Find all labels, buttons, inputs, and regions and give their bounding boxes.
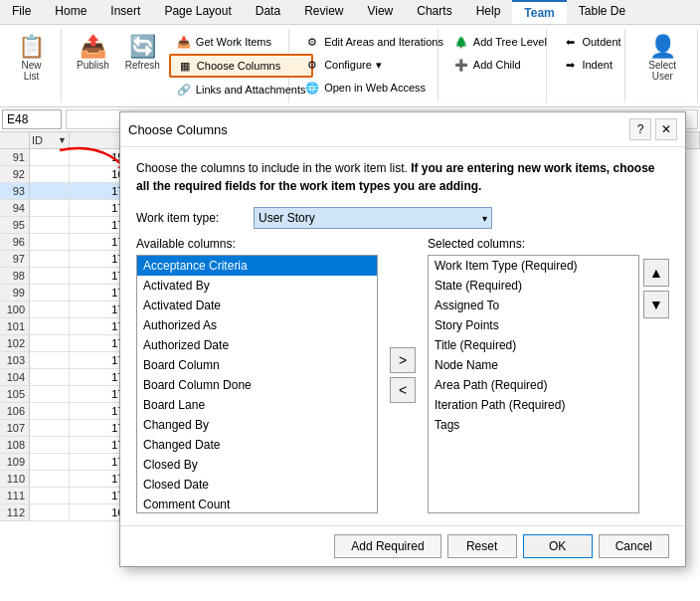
dialog-title-controls: ? ✕ [629,118,677,140]
available-columns-label: Available columns: [136,237,378,251]
work-item-type-row: Work item type: User Story ▾ [136,207,669,229]
dialog-title: Choose Columns [128,122,228,137]
selected-column-item[interactable]: Area Path (Required) [429,375,638,395]
available-column-item[interactable]: Activated Date [137,296,377,315]
available-column-item[interactable]: Board Lane [137,395,377,415]
dialog-overlay: Choose Columns ? ✕ Choose the columns to… [0,0,700,521]
work-item-type-label: Work item type: [136,211,246,225]
move-left-button[interactable]: < [390,377,416,403]
selected-column-item[interactable]: Iteration Path (Required) [429,395,638,415]
selected-column-item[interactable]: Work Item Type (Required) [429,256,638,276]
dialog-title-bar: Choose Columns ? ✕ [120,112,685,147]
selected-column-item[interactable]: Tags [429,415,638,435]
available-column-item[interactable]: Board Column [137,355,377,375]
selected-column-item[interactable]: Assigned To [429,296,638,315]
work-item-type-select[interactable]: User Story ▾ [254,207,492,229]
available-column-item[interactable]: Authorized Date [137,335,377,355]
available-column-item[interactable]: Closed Date [137,475,377,495]
available-column-item[interactable]: Authorized As [137,315,377,335]
selected-column-item[interactable]: Story Points [429,315,638,335]
selected-columns-label: Selected columns: [428,237,669,251]
available-column-item[interactable]: Acceptance Criteria [137,256,377,276]
available-column-item[interactable]: Board Column Done [137,375,377,395]
dialog-description: Choose the columns to include in the wor… [136,159,669,195]
move-down-button[interactable]: ▼ [643,291,669,318]
dialog-body: Choose the columns to include in the wor… [120,147,685,521]
available-columns-list[interactable]: Acceptance CriteriaActivated ByActivated… [136,255,378,513]
dialog-close-button[interactable]: ✕ [655,118,677,140]
available-column-item[interactable]: Comment Count [137,495,377,513]
selected-column-item[interactable]: State (Required) [429,276,638,296]
available-columns-container: Available columns: Acceptance CriteriaAc… [136,237,378,513]
work-item-type-value: User Story [259,211,315,225]
choose-columns-dialog: Choose Columns ? ✕ Choose the columns to… [119,111,686,521]
selected-column-item[interactable]: Node Name [429,355,638,375]
dialog-help-button[interactable]: ? [629,118,651,140]
available-column-item[interactable]: Closed By [137,455,377,475]
selected-columns-container: Selected columns: Work Item Type (Requir… [428,237,669,513]
selected-column-item[interactable]: Title (Required) [429,335,638,355]
move-buttons-group: > < [386,237,420,513]
work-item-type-caret: ▾ [482,213,487,224]
up-down-buttons: ▲ ▼ [643,255,669,513]
columns-area: Available columns: Acceptance CriteriaAc… [136,237,669,513]
available-column-item[interactable]: Activated By [137,276,377,296]
available-column-item[interactable]: Changed Date [137,435,377,455]
selected-columns-list[interactable]: Work Item Type (Required)State (Required… [428,255,639,513]
move-right-button[interactable]: > [390,347,416,373]
available-column-item[interactable]: Changed By [137,415,377,435]
dialog-desc-text1: Choose the columns to include in the wor… [136,161,408,175]
move-up-button[interactable]: ▲ [643,259,669,287]
